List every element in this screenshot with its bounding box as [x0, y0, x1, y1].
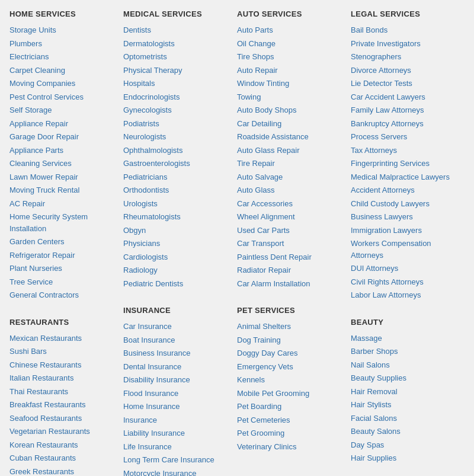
list-item-link[interactable]: Doggy Day Cares	[237, 349, 298, 357]
list-item-link[interactable]: Pediatric Dentists	[123, 279, 183, 288]
list-item-link[interactable]: Appliance Parts	[9, 146, 63, 155]
list-item-link[interactable]: Tire Shops	[237, 52, 274, 61]
list-item-link[interactable]: AC Repair	[9, 199, 45, 208]
list-item-link[interactable]: Gastroenterologists	[123, 159, 190, 168]
list-item-link[interactable]: Bail Bonds	[351, 25, 387, 34]
list-item-link[interactable]: Lie Detector Tests	[351, 79, 412, 88]
list-item-link[interactable]: Wheel Alignment	[237, 212, 295, 221]
list-item-link[interactable]: Lawn Mower Repair	[9, 172, 78, 181]
list-item-link[interactable]: Mobile Pet Grooming	[237, 389, 309, 398]
list-item-link[interactable]: Window Tinting	[237, 79, 289, 88]
list-item-link[interactable]: Kennels	[237, 375, 265, 384]
list-item-link[interactable]: Disability Insurance	[123, 375, 190, 384]
list-item-link[interactable]: Garden Centers	[9, 237, 65, 246]
list-item-link[interactable]: Business Lawyers	[351, 212, 413, 221]
list-item-link[interactable]: Divorce Attorneys	[351, 66, 411, 75]
list-item-link[interactable]: Life Insurance	[123, 442, 172, 451]
list-item-link[interactable]: Roadside Assistance	[237, 132, 309, 141]
list-item-link[interactable]: DUI Attorneys	[351, 264, 398, 273]
list-item-link[interactable]: Moving Companies	[9, 79, 75, 88]
list-item-link[interactable]: Car Detailing	[237, 119, 281, 128]
list-item-link[interactable]: Private Investigators	[351, 39, 421, 48]
list-item-link[interactable]: Accident Attorneys	[351, 186, 415, 194]
list-item-link[interactable]: Rheumatologists	[123, 212, 181, 221]
list-item-link[interactable]: Dermatologists	[123, 39, 175, 48]
list-item-link[interactable]: Dog Training	[237, 336, 281, 344]
list-item-link[interactable]: Seafood Restaurants	[9, 414, 82, 423]
list-item-link[interactable]: Family Law Attorneys	[351, 106, 424, 114]
list-item-link[interactable]: Thai Restaurants	[9, 387, 68, 396]
list-item-link[interactable]: Stenographers	[351, 52, 401, 61]
list-item-link[interactable]: Hair Supplies	[351, 453, 396, 462]
list-item-link[interactable]: Dentists	[123, 25, 151, 34]
list-item-link[interactable]: Bankruptcy Attorneys	[351, 119, 424, 128]
list-item-link[interactable]: Ophthalmologists	[123, 146, 182, 155]
list-item-link[interactable]: Appliance Repair	[9, 119, 68, 128]
list-item-link[interactable]: Car Insurance	[123, 322, 172, 331]
list-item-link[interactable]: Optometrists	[123, 52, 167, 61]
list-item-link[interactable]: Mexican Restaurants	[9, 334, 82, 343]
list-item-link[interactable]: Orthodontists	[123, 186, 169, 194]
list-item-link[interactable]: Endocrinologists	[123, 92, 180, 101]
list-item-link[interactable]: Sushi Bars	[9, 347, 47, 356]
list-item-link[interactable]: Auto Glass	[237, 186, 275, 194]
list-item-link[interactable]: Process Servers	[351, 132, 407, 141]
list-item-link[interactable]: Tree Service	[9, 277, 53, 286]
list-item-link[interactable]: Radiator Repair	[237, 266, 291, 274]
list-item-link[interactable]: Car Alarm Installation	[237, 279, 310, 288]
list-item-link[interactable]: Auto Salvage	[237, 172, 283, 181]
list-item-link[interactable]: Paintless Dent Repair	[237, 253, 312, 261]
list-item-link[interactable]: Towing	[237, 92, 261, 101]
list-item-link[interactable]: Oil Change	[237, 39, 276, 48]
list-item-link[interactable]: Storage Units	[9, 25, 56, 34]
list-item-link[interactable]: Refrigerator Repair	[9, 251, 75, 260]
list-item-link[interactable]: Hair Stylists	[351, 400, 392, 409]
list-item-link[interactable]: Breakfast Restaurants	[9, 400, 86, 409]
list-item-link[interactable]: Pest Control Services	[9, 92, 84, 101]
list-item-link[interactable]: Pet Grooming	[237, 429, 284, 437]
list-item-link[interactable]: Physical Therapy	[123, 66, 182, 75]
list-item-link[interactable]: Cleaning Services	[9, 159, 72, 168]
list-item-link[interactable]: Plant Nurseries	[9, 264, 62, 273]
list-item-link[interactable]: Cardiologists	[123, 253, 168, 261]
list-item-link[interactable]: Podiatrists	[123, 119, 159, 128]
list-item-link[interactable]: Car Accident Lawyers	[351, 92, 425, 101]
list-item-link[interactable]: Korean Restaurants	[9, 440, 78, 449]
list-item-link[interactable]: Car Accessories	[237, 199, 293, 208]
list-item-link[interactable]: Home Security System Installation	[9, 212, 88, 233]
list-item-link[interactable]: Physicians	[123, 239, 160, 248]
list-item-link[interactable]: Car Transport	[237, 239, 284, 248]
list-item-link[interactable]: Insurance	[123, 416, 157, 424]
list-item-link[interactable]: Day Spas	[351, 440, 384, 449]
list-item-link[interactable]: Pet Cemeteries	[237, 416, 290, 424]
list-item-link[interactable]: Flood Insurance	[123, 389, 178, 398]
list-item-link[interactable]: Used Car Parts	[237, 226, 290, 235]
list-item-link[interactable]: Veterinary Clinics	[237, 442, 296, 451]
list-item-link[interactable]: Italian Restaurants	[9, 373, 73, 382]
list-item-link[interactable]: Vegetarian Restaurants	[9, 427, 90, 436]
list-item-link[interactable]: Liability Insurance	[123, 429, 185, 437]
list-item-link[interactable]: Tax Attorneys	[351, 146, 397, 155]
list-item-link[interactable]: Beauty Salons	[351, 427, 401, 436]
list-item-link[interactable]: Urologists	[123, 199, 158, 208]
list-item-link[interactable]: Obgyn	[123, 226, 146, 235]
list-item-link[interactable]: Hair Removal	[351, 387, 398, 396]
list-item-link[interactable]: Electricians	[9, 52, 49, 61]
list-item-link[interactable]: Neurologists	[123, 132, 166, 141]
list-item-link[interactable]: Radiology	[123, 266, 158, 274]
list-item-link[interactable]: General Contractors	[9, 290, 79, 299]
list-item-link[interactable]: Nail Salons	[351, 360, 390, 369]
list-item-link[interactable]: Civil Rights Attorneys	[351, 277, 424, 286]
list-item-link[interactable]: Massage	[351, 334, 382, 343]
list-item-link[interactable]: Cuban Restaurants	[9, 453, 76, 462]
list-item-link[interactable]: Motorcycle Insurance	[123, 469, 197, 477]
list-item-link[interactable]: Gynecologists	[123, 106, 172, 114]
list-item-link[interactable]: Hospitals	[123, 79, 155, 88]
list-item-link[interactable]: Self Storage	[9, 106, 52, 114]
list-item-link[interactable]: Immigration Lawyers	[351, 226, 422, 235]
list-item-link[interactable]: Boat Insurance	[123, 336, 175, 344]
list-item-link[interactable]: Pet Boarding	[237, 402, 281, 411]
list-item-link[interactable]: Medical Malpractice Lawyers	[351, 172, 450, 181]
list-item-link[interactable]: Greek Restaurants	[9, 467, 74, 476]
list-item-link[interactable]: Auto Repair	[237, 66, 278, 75]
